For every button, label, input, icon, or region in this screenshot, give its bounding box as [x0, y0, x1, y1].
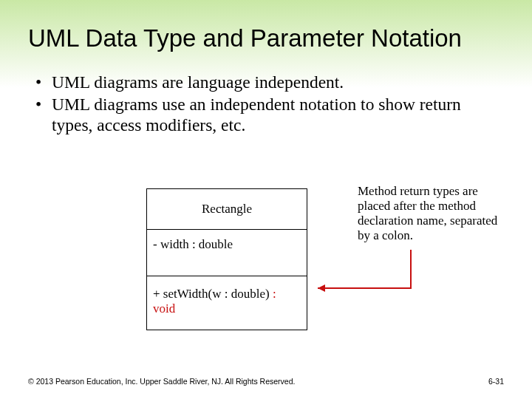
callout-arrow-icon — [309, 245, 427, 299]
slide-title: UML Data Type and Parameter Notation — [0, 0, 532, 52]
slide: UML Data Type and Parameter Notation UML… — [0, 0, 532, 399]
uml-name-row: Rectangle — [147, 189, 307, 230]
page-number: 6-31 — [488, 377, 504, 386]
bullet-item: UML diagrams are language independent. — [35, 72, 497, 92]
uml-attribute: - width : double — [147, 230, 307, 276]
uml-operation-row: + setWidth(w : double) : void — [147, 276, 307, 330]
uml-class-name: Rectangle — [147, 189, 307, 230]
bullet-list: UML diagrams are language independent. U… — [35, 72, 497, 136]
bullet-item: UML diagrams use an independent notation… — [35, 94, 497, 135]
uml-operation: + setWidth(w : double) : void — [147, 276, 307, 330]
callout-text: Method return types are placed after the… — [358, 184, 513, 243]
uml-operation-return: void — [153, 301, 175, 316]
svg-marker-0 — [318, 284, 325, 292]
uml-operation-signature: + setWidth(w : double) — [153, 287, 270, 301]
uml-operation-colon: : — [270, 287, 276, 301]
footer-copyright: © 2013 Pearson Education, Inc. Upper Sad… — [28, 377, 295, 386]
uml-class-box: Rectangle - width : double + setWidth(w … — [146, 188, 307, 330]
uml-attribute-row: - width : double — [147, 230, 307, 276]
